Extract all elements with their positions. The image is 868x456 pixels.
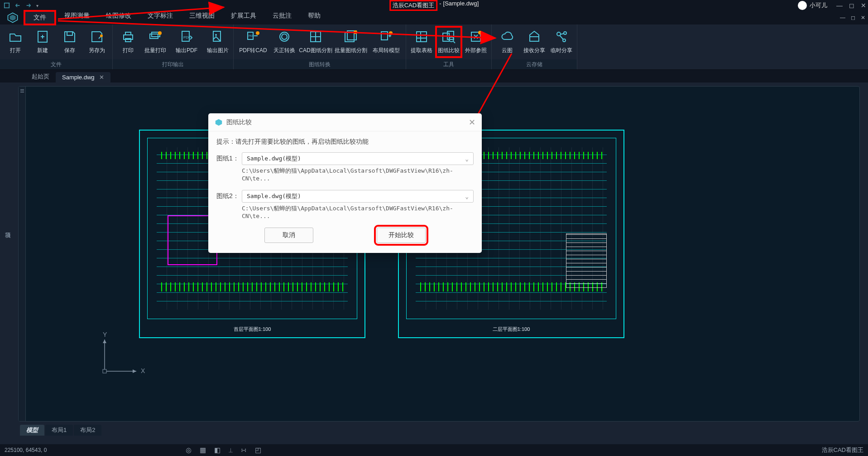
status-app-name: 浩辰CAD看图王 [822, 446, 863, 454]
menu-云批注[interactable]: 云批注 [264, 10, 300, 25]
menu-帮助[interactable]: 帮助 [300, 10, 329, 25]
cancel-button[interactable]: 取消 [264, 228, 313, 243]
tab-起始页[interactable]: 起始页 [25, 71, 56, 82]
maximize-button[interactable]: ◻ [849, 2, 854, 9]
dialog-buttons: 取消 开始比较 [216, 228, 474, 243]
undo-icon[interactable] [14, 2, 21, 9]
ribbon: 打开新建保存另存为文件打印批量打印PDF输出PDF输出图片打印输出PDFPDF转… [0, 24, 868, 70]
snap-icon[interactable]: ◧ [214, 446, 221, 454]
title-bar: ▾ 浩辰CAD看图王 - [Sample.dwg] 小可儿 — ◻ ✕ [0, 0, 868, 11]
ribbon-compare-button[interactable]: 图纸比较 [435, 26, 462, 58]
app-logo[interactable] [2, 11, 24, 24]
export-img-icon [211, 29, 225, 44]
dialog-icon [215, 118, 223, 126]
drawing2-label: 图纸2： [216, 192, 242, 200]
ribbon-temp-share-button[interactable]: 临时分享 [548, 28, 575, 56]
ribbon-saveas-button[interactable]: 另存为 [83, 28, 110, 56]
compare-dialog: 图纸比较 ✕ 提示：请先打开需要比较的图纸，再启动图纸比较功能 图纸1： Sam… [208, 113, 482, 253]
menu-扩展工具[interactable]: 扩展工具 [223, 10, 264, 25]
ribbon-print-button[interactable]: 打印 [115, 28, 142, 56]
grid-icon[interactable]: ▦ [200, 446, 206, 454]
document-tabs: 起始页Sample.dwg✕ [0, 70, 868, 82]
user-area[interactable]: 小可儿 [798, 1, 827, 10]
pdf2cad-icon: PDF [246, 29, 260, 44]
menu-绘图修改[interactable]: 绘图修改 [98, 10, 139, 25]
ribbon-group-文件: 文件 [0, 59, 112, 69]
saveas-icon [90, 29, 104, 44]
svg-line-37 [453, 41, 455, 43]
ribbon-save-button[interactable]: 保存 [56, 28, 83, 56]
ribbon-cad-split-button[interactable]: CAD图纸分割 [298, 28, 333, 56]
layout-tab-布局2[interactable]: 布局2 [74, 425, 101, 436]
tz-convert-icon [277, 29, 292, 44]
user-name: 小可儿 [810, 1, 827, 10]
ribbon-group-图纸转换: 图纸转换 [234, 59, 406, 69]
menu-right-controls: — ◻ ✕ [840, 15, 865, 21]
recv-share-icon [527, 29, 542, 44]
svg-marker-57 [216, 119, 222, 125]
ribbon-new-button[interactable]: 新建 [29, 28, 56, 56]
dialog-close-button[interactable]: ✕ [469, 117, 475, 127]
minimize-button[interactable]: — [836, 2, 843, 9]
child-minimize-icon[interactable]: — [840, 15, 845, 21]
status-bar: 225100, 64543, 0 ◎ ▦ ◧ ⟂ ∺ ◰ 浩辰CAD看图王 [0, 444, 868, 456]
batch-split-icon [344, 29, 358, 44]
window-title: 浩辰CAD看图王 - [Sample.dwg] [389, 0, 479, 11]
tab-Sample.dwg[interactable]: Sample.dwg✕ [56, 72, 110, 82]
target-icon[interactable]: ◎ [186, 446, 192, 454]
menu-视图测量[interactable]: 视图测量 [56, 10, 98, 25]
menu-文字标注[interactable]: 文字标注 [139, 10, 181, 25]
drawing2-select[interactable]: Sample.dwg(模型) [242, 190, 474, 203]
coordinates: 225100, 64543, 0 [5, 447, 47, 453]
ribbon-export-img-button[interactable]: 输出图片 [204, 28, 231, 56]
svg-text:X: X [141, 367, 145, 374]
redo-icon[interactable] [25, 2, 32, 9]
ribbon-export-pdf-button[interactable]: PDF输出PDF [169, 28, 204, 56]
ribbon-batch-print-button[interactable]: 批量打印 [142, 28, 169, 56]
ribbon-tz-convert-button[interactable]: 天正转换 [271, 28, 298, 56]
save-icon [62, 29, 77, 44]
svg-marker-2 [10, 15, 16, 21]
drawing1-path: C:\Users\貂蝉的猫\AppData\Local\Gstarsoft\DW… [242, 167, 474, 182]
drawing1-row: 图纸1： Sample.dwg(模型) [216, 152, 474, 165]
ribbon-open-button[interactable]: 打开 [2, 28, 29, 56]
start-compare-button[interactable]: 开始比较 [377, 228, 426, 243]
menu-三维视图[interactable]: 三维视图 [181, 10, 223, 25]
compare-icon [441, 29, 456, 44]
ribbon-group-工具: 工具 [406, 59, 491, 69]
svg-rect-6 [67, 32, 72, 35]
close-button[interactable]: ✕ [861, 2, 866, 9]
svg-point-39 [478, 31, 482, 34]
save-icon[interactable] [4, 2, 10, 9]
svg-point-42 [564, 32, 566, 34]
ribbon-cloud-button[interactable]: 云图 [494, 28, 521, 56]
svg-point-27 [354, 30, 357, 34]
layout2model-icon [379, 29, 393, 44]
layout-tab-模型[interactable]: 模型 [20, 425, 44, 436]
ribbon-recv-share-button[interactable]: 接收分享 [521, 28, 548, 56]
ribbon-xref-button[interactable]: 外部参照 [462, 28, 489, 56]
new-icon [35, 29, 50, 44]
child-restore-icon[interactable]: ◻ [851, 15, 855, 21]
panel-grip[interactable] [19, 87, 26, 421]
svg-rect-30 [417, 32, 427, 42]
child-close-icon[interactable]: ✕ [861, 15, 865, 21]
menu-bar: 文件视图测量绘图修改文字标注三维视图扩展工具云批注帮助 — ◻ ✕ [0, 11, 868, 24]
ribbon-batch-split-button[interactable]: 批量图纸分割 [333, 28, 369, 56]
dialog-hint: 提示：请先打开需要比较的图纸，再启动图纸比较功能 [216, 138, 474, 146]
ribbon-pdf2cad-button[interactable]: PDFPDF转CAD [235, 28, 271, 56]
print-icon [121, 29, 135, 44]
osnap-icon[interactable]: ◰ [255, 446, 261, 454]
menu-文件[interactable]: 文件 [24, 10, 56, 25]
layout-tab-布局1[interactable]: 布局1 [45, 425, 73, 436]
drawing1-select[interactable]: Sample.dwg(模型) [242, 152, 474, 165]
svg-rect-9 [125, 32, 131, 35]
tab-close-icon[interactable]: ✕ [99, 74, 104, 81]
ribbon-layout2model-button[interactable]: 布局转模型 [369, 28, 404, 56]
svg-rect-28 [381, 32, 388, 40]
qat-dropdown-icon[interactable]: ▾ [36, 3, 38, 8]
ribbon-extract-table-button[interactable]: 提取表格 [408, 28, 435, 56]
ortho-icon[interactable]: ⟂ [229, 446, 233, 454]
svg-text:PDF: PDF [183, 35, 191, 39]
polar-icon[interactable]: ∺ [241, 446, 247, 454]
